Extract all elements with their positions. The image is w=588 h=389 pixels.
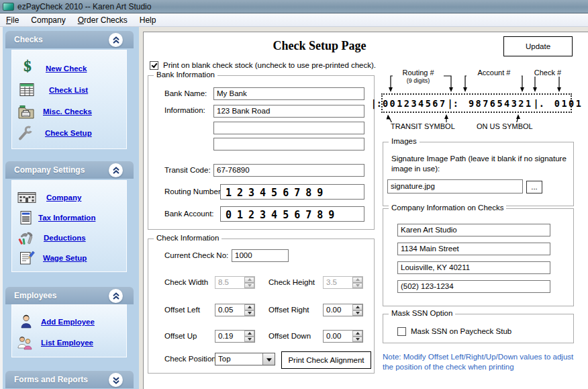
offset-left-value[interactable]: 0.05	[215, 304, 244, 316]
sidebar-item-tax-information[interactable]: Tax Information	[38, 214, 95, 222]
offset-right-value[interactable]: 0.00	[324, 304, 352, 316]
sidebar-item-check-list[interactable]: Check List	[49, 86, 88, 94]
update-button[interactable]: Update	[503, 36, 573, 56]
company-street-input[interactable]: 1134 Main Street	[397, 243, 550, 255]
svg-text:$: $	[23, 58, 31, 75]
routing-number-input[interactable]: 123456789	[220, 184, 364, 200]
spin-up-button[interactable]	[244, 304, 254, 310]
check-height-value: 3.5	[324, 277, 352, 288]
check-width-stepper: 8.5	[215, 276, 255, 289]
spin-up-button[interactable]	[244, 331, 254, 337]
check-number-callout-label: Check #	[529, 69, 567, 77]
check-height-stepper: 3.5	[323, 276, 363, 289]
bank-name-label: Bank Name:	[164, 89, 207, 97]
spin-up-button[interactable]	[352, 304, 362, 310]
misc-checks-icon	[17, 104, 35, 122]
menu-bar: File Company Order Checks Help	[0, 13, 588, 27]
collapse-checks-button[interactable]	[109, 33, 123, 47]
dollar-icon: $	[20, 58, 35, 78]
signature-image-path-input[interactable]: signature.jpg	[387, 179, 523, 193]
check-position-dropdown[interactable]: Top	[215, 353, 275, 365]
transit-code-label: Transit Code:	[164, 166, 211, 174]
current-check-no-label: Current Check No:	[164, 251, 228, 259]
bank-account-input[interactable]: 0123456789	[220, 206, 364, 222]
bank-information-label: Information:	[164, 106, 205, 114]
spin-down-button[interactable]	[352, 337, 362, 343]
offset-down-value[interactable]: 0.00	[324, 331, 352, 342]
company-name-input[interactable]: Karen Art Studio	[397, 224, 550, 236]
transit-symbol-label: TRANSIT SYMBOL	[391, 122, 455, 130]
menu-order-checks[interactable]: Order Checks	[72, 14, 134, 26]
offset-up-label: Offset Up	[164, 332, 197, 340]
ezpaycheck-window: ezPayCheck 2010 -- Karen Art Studio File…	[0, 0, 588, 389]
mask-ssn-group-title: Mask SSN Option	[389, 309, 455, 317]
spin-down-button[interactable]	[244, 310, 254, 316]
tax-document-icon	[19, 210, 34, 228]
check-width-label: Check Width	[164, 278, 208, 286]
menu-company[interactable]: Company	[25, 14, 71, 26]
routing-number-callout-label: Routing #	[393, 69, 444, 77]
bank-information-line3-input[interactable]	[213, 138, 364, 150]
check-position-label: Check Position	[164, 355, 216, 363]
offset-up-stepper[interactable]: 0.19	[215, 330, 255, 343]
menu-file[interactable]: File	[0, 14, 25, 26]
bank-information-line1-input[interactable]: 123 Bank Road	[213, 105, 364, 118]
account-number-callout-label: Account #	[467, 69, 522, 77]
micr-check-segment: 0101	[554, 98, 583, 109]
offset-down-label: Offset Down	[268, 332, 311, 340]
micr-account-segment: 987654321|.	[469, 98, 545, 109]
app-icon	[3, 3, 14, 11]
expand-forms-reports-button[interactable]	[109, 373, 123, 387]
spin-up-button	[244, 277, 254, 283]
print-blank-stock-checkbox[interactable]	[150, 61, 158, 70]
current-check-no-input[interactable]: 1000	[232, 249, 289, 262]
bank-account-label: Bank Account:	[164, 210, 214, 218]
sidebar-item-wage-setup[interactable]: Wage Setup	[43, 254, 87, 262]
offset-right-stepper[interactable]: 0.00	[323, 304, 363, 316]
company-phone-input[interactable]: (502) 123-1234	[397, 280, 550, 293]
signature-image-path-label: Signature Image Path (leave it blank if …	[391, 154, 567, 174]
mask-ssn-checkbox[interactable]	[397, 327, 406, 336]
spin-down-button[interactable]	[352, 310, 362, 316]
sidebar-item-deductions[interactable]: Deductions	[44, 234, 86, 242]
people-icon	[17, 335, 33, 353]
company-city-state-zip-input[interactable]: Louisville, KY 40211	[397, 261, 550, 274]
bank-information-group-title: Bank Information	[154, 71, 217, 79]
sidebar-item-check-setup[interactable]: Check Setup	[45, 129, 92, 137]
offset-left-label: Offset Left	[164, 306, 200, 314]
routing-digits-sublabel: (9 digits)	[396, 77, 440, 84]
building-icon	[17, 190, 37, 206]
transit-code-input[interactable]: 67-76890	[213, 164, 364, 177]
spin-up-button[interactable]	[352, 331, 362, 337]
sidebar-item-company[interactable]: Company	[46, 193, 81, 202]
print-blank-stock-label: Print on blank check stock (uncheck to u…	[163, 61, 376, 69]
sidebar-item-add-employee[interactable]: Add Employee	[41, 318, 95, 326]
check-information-group-title: Check Information	[154, 234, 222, 242]
add-person-icon	[19, 313, 33, 332]
offset-left-stepper[interactable]: 0.05	[215, 304, 255, 316]
wrench-icon	[17, 125, 34, 144]
collapse-employees-button[interactable]	[109, 289, 123, 303]
chevron-down-icon[interactable]	[262, 353, 275, 365]
page-title: Check Setup Page	[226, 39, 413, 53]
routing-number-label: Routing Number:	[164, 187, 223, 196]
sidebar-item-misc-checks[interactable]: Misc. Checks	[43, 107, 92, 116]
spin-up-button	[352, 277, 362, 283]
bank-information-line2-input[interactable]	[213, 122, 364, 134]
offset-up-value[interactable]: 0.19	[215, 331, 244, 342]
offset-right-label: Offset Right	[268, 306, 309, 314]
images-group-title: Images	[389, 137, 420, 145]
browse-signature-button[interactable]: ...	[526, 181, 542, 193]
sidebar-item-new-check[interactable]: New Check	[46, 64, 87, 73]
bank-name-input[interactable]: My Bank	[213, 87, 364, 100]
window-title: ezPayCheck 2010 -- Karen Art Studio	[17, 2, 151, 11]
spin-down-button[interactable]	[244, 337, 254, 343]
menu-help[interactable]: Help	[134, 14, 162, 26]
check-height-label: Check Height	[268, 278, 315, 286]
offset-down-stepper[interactable]: 0.00	[323, 330, 363, 343]
micr-sample-line: |:001234567|: 987654321|. 0101	[381, 93, 572, 113]
print-check-alignment-button[interactable]: Print Check Alignment	[281, 351, 371, 369]
sidebar-item-list-employee[interactable]: List Employee	[41, 339, 93, 347]
mask-ssn-label: Mask SSN on Paycheck Stub	[411, 327, 511, 335]
collapse-company-settings-button[interactable]	[109, 163, 123, 177]
